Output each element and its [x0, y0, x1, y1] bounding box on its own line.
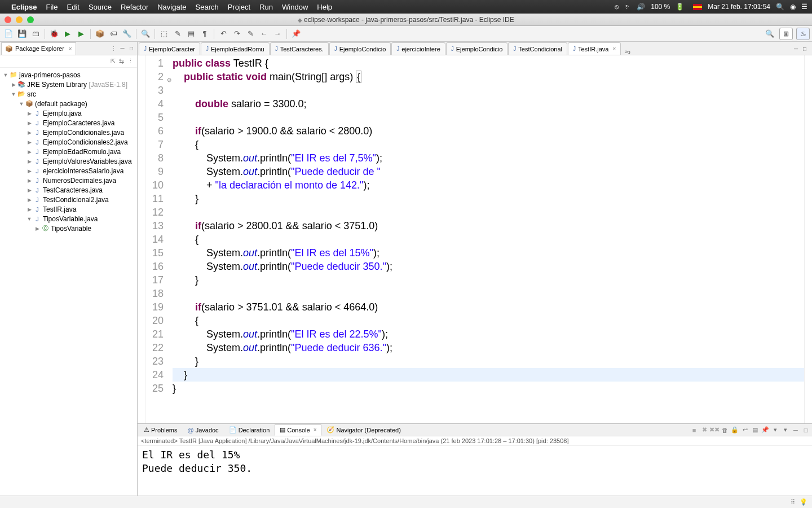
file-node[interactable]: EjemploCaracteres.java: [43, 119, 114, 127]
quick-access-search-icon[interactable]: 🔍: [764, 28, 776, 40]
window-minimize-button[interactable]: [16, 16, 23, 23]
coverage-button[interactable]: ▶: [75, 28, 87, 40]
scroll-lock-icon[interactable]: 🔒: [730, 425, 740, 435]
bluetooth-icon[interactable]: ⎋: [615, 3, 619, 11]
class-node[interactable]: TiposVariable: [51, 225, 91, 233]
navigator-tab[interactable]: 🧭Navigator (Deprecated): [321, 424, 405, 436]
file-node[interactable]: TestCondicional2.java: [43, 196, 109, 204]
editor-tab-active[interactable]: JTestIR.java×: [568, 42, 621, 55]
remove-launch-icon[interactable]: ✖: [699, 425, 709, 435]
maximize-panel-icon[interactable]: □: [801, 425, 811, 435]
annotation-next-button[interactable]: ↷: [231, 28, 243, 40]
problems-tab[interactable]: ⚠Problems: [139, 424, 182, 436]
close-icon[interactable]: ×: [69, 46, 72, 52]
save-button[interactable]: 💾: [16, 28, 28, 40]
editor-tab[interactable]: JTestCondicional: [508, 42, 567, 55]
link-editor-icon[interactable]: ⇆: [119, 58, 124, 65]
toggle-breadcrumb-button[interactable]: ⬚: [158, 28, 170, 40]
java-perspective-button[interactable]: ♨: [796, 28, 810, 40]
default-package-node[interactable]: (default package): [35, 100, 87, 108]
file-node[interactable]: ejercicioInteresSalario.java: [43, 167, 123, 175]
menu-project[interactable]: Project: [228, 3, 250, 11]
file-node[interactable]: EjemploValoresVariables.java: [43, 157, 132, 165]
file-node[interactable]: TiposVariable.java: [43, 215, 98, 223]
console-output[interactable]: El IR es del 15% Puede deducir 350.: [138, 446, 812, 496]
file-node[interactable]: TestCaracteres.java: [43, 186, 103, 194]
editor-tab[interactable]: JEjemploCondicio: [446, 42, 508, 55]
forward-button[interactable]: →: [271, 28, 284, 40]
annotation-prev-button[interactable]: ↶: [217, 28, 230, 40]
file-node[interactable]: Ejemplo.java: [43, 110, 82, 117]
menu-file[interactable]: File: [46, 3, 58, 11]
run-button[interactable]: ▶: [61, 28, 74, 40]
project-tree[interactable]: ▼📁java-primeros-pasos ▶📚JRE System Libra…: [0, 68, 137, 496]
javadoc-tab[interactable]: @Javadoc: [182, 424, 223, 436]
code-editor[interactable]: 1234567891011121314151617181920212223242…: [138, 55, 812, 423]
input-source-flag[interactable]: [690, 4, 702, 10]
menu-source[interactable]: Source: [89, 3, 112, 11]
collapse-all-icon[interactable]: ⇱: [111, 58, 116, 65]
maximize-editor-icon[interactable]: □: [803, 46, 812, 55]
menu-search[interactable]: Search: [196, 3, 219, 11]
back-button[interactable]: ←: [258, 28, 270, 40]
editor-tab[interactable]: JTestCaracteres.: [270, 42, 329, 55]
tab-overflow-indicator[interactable]: »₃: [621, 49, 634, 55]
debug-button[interactable]: 🐞: [48, 28, 60, 40]
wifi-icon[interactable]: ᯤ: [624, 3, 631, 11]
maximize-view-icon[interactable]: □: [127, 44, 136, 53]
clock[interactable]: Mar 21 feb. 17:01:54: [708, 3, 770, 11]
menu-run[interactable]: Run: [259, 3, 273, 11]
tip-bulb-icon[interactable]: 💡: [800, 498, 807, 506]
volume-icon[interactable]: 🔊: [637, 3, 645, 11]
minimize-panel-icon[interactable]: ─: [791, 425, 801, 435]
spotlight-icon[interactable]: 🔍: [776, 3, 784, 11]
editor-tab[interactable]: JejercicioIntere: [391, 42, 445, 55]
trim-handle-icon[interactable]: ⠿: [791, 498, 795, 506]
word-wrap-icon[interactable]: ↩: [740, 425, 750, 435]
siri-icon[interactable]: ◉: [790, 3, 796, 11]
pin-editor-button[interactable]: 📌: [290, 28, 302, 40]
show-console-icon[interactable]: ▤: [750, 425, 760, 435]
menu-refactor[interactable]: Refactor: [121, 3, 148, 11]
view-dropdown-icon[interactable]: ⋮: [127, 58, 134, 65]
file-node[interactable]: NumerosDecimales.java: [43, 177, 116, 185]
minimize-editor-icon[interactable]: ─: [794, 46, 803, 55]
pin-console-icon[interactable]: 📌: [760, 425, 770, 435]
declaration-tab[interactable]: 📄Declaration: [224, 424, 275, 436]
close-icon[interactable]: ×: [314, 427, 317, 433]
mark-occurrences-button[interactable]: ✎: [171, 28, 184, 40]
menu-edit[interactable]: Edit: [67, 3, 79, 11]
file-node[interactable]: TestIR.java: [43, 205, 76, 213]
file-node[interactable]: EjemploCondicionales2.java: [43, 138, 128, 146]
view-menu-icon[interactable]: ⋮: [109, 44, 118, 53]
display-selected-icon[interactable]: ▾: [770, 425, 780, 435]
open-console-icon[interactable]: ▾: [780, 425, 791, 435]
clear-console-icon[interactable]: 🗑: [720, 425, 730, 435]
jre-node[interactable]: JRE System Library [JavaSE-1.8]: [27, 81, 127, 89]
new-button[interactable]: 📄: [2, 28, 15, 40]
control-center-icon[interactable]: ☰: [801, 3, 807, 11]
app-name[interactable]: Eclipse: [11, 3, 37, 11]
window-maximize-button[interactable]: [27, 16, 34, 23]
close-icon[interactable]: ×: [612, 46, 616, 52]
search-button[interactable]: 🔍: [139, 28, 152, 40]
terminate-icon[interactable]: ■: [689, 425, 699, 435]
overview-ruler[interactable]: [804, 55, 812, 423]
new-class-button[interactable]: 🏷: [107, 28, 120, 40]
src-node[interactable]: src: [27, 90, 36, 98]
new-java-button[interactable]: 📦: [94, 28, 106, 40]
project-node[interactable]: java-primeros-pasos: [19, 71, 81, 79]
last-edit-button[interactable]: ✎: [244, 28, 257, 40]
minimize-view-icon[interactable]: ─: [118, 44, 127, 53]
save-all-button[interactable]: 🗃: [29, 28, 42, 40]
show-whitespace-button[interactable]: ¶: [198, 28, 211, 40]
package-explorer-tab[interactable]: 📦 Package Explorer ×: [1, 42, 76, 55]
editor-tab[interactable]: JEjemploCondicio: [329, 42, 391, 55]
menu-help[interactable]: Help: [317, 3, 332, 11]
file-node[interactable]: EjemploCondicionales.java: [43, 129, 124, 137]
remove-all-icon[interactable]: ✖✖: [709, 425, 720, 435]
menu-navigate[interactable]: Navigate: [157, 3, 186, 11]
menu-window[interactable]: Window: [282, 3, 308, 11]
editor-tab[interactable]: JEjemploEdadRomu: [201, 42, 270, 55]
editor-tab[interactable]: JEjemploCaracter: [139, 42, 200, 55]
